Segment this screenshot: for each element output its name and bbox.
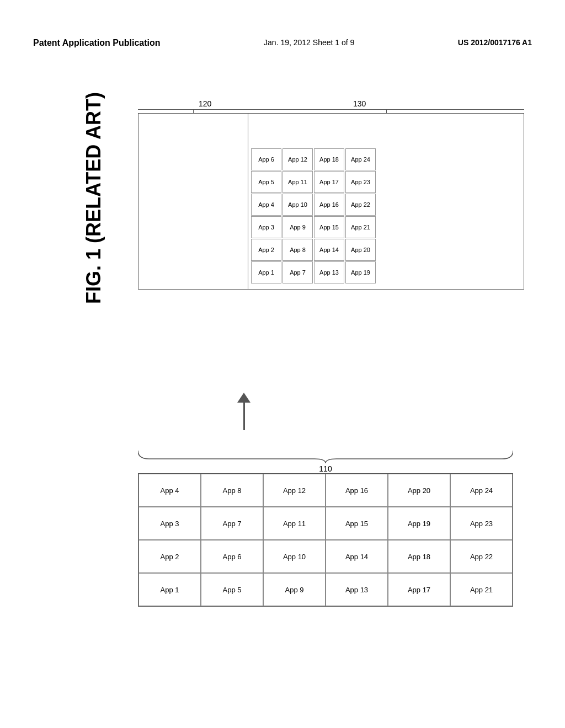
top-mini-cell: App 3 xyxy=(251,216,281,238)
top-right-area: App 6App 5App 4App 3App 2App 1App 12App … xyxy=(248,113,524,290)
grid-cell: App 8 xyxy=(201,474,263,507)
top-mini-cell: App 24 xyxy=(345,148,376,170)
grid-cell: App 7 xyxy=(201,507,263,540)
top-mini-cell: App 16 xyxy=(314,194,344,216)
grid-cell: App 2 xyxy=(138,540,201,573)
patent-publication-label: Patent Application Publication xyxy=(33,38,161,48)
top-mini-cell: App 5 xyxy=(251,171,281,193)
top-mini-cell: App 4 xyxy=(251,194,281,216)
top-mini-cell: App 11 xyxy=(282,171,313,193)
grid-cell: App 19 xyxy=(388,507,450,540)
top-col-group-4: App 24App 23App 22App 21App 20App 19 xyxy=(345,119,376,284)
top-col-group-2: App 12App 11App 10App 9App 8App 7 xyxy=(282,119,313,284)
figure-label: FIG. 1 (RELATED ART) xyxy=(82,138,105,304)
brace-svg xyxy=(138,448,513,463)
top-mini-cell: App 6 xyxy=(251,148,281,170)
grid-cell: App 9 xyxy=(263,573,326,606)
top-mini-cell: App 15 xyxy=(314,216,344,238)
top-mini-cell: App 8 xyxy=(282,239,313,261)
grid-cell: App 24 xyxy=(450,474,513,507)
top-mini-cell: App 22 xyxy=(345,194,376,216)
grid-cell: App 11 xyxy=(263,507,326,540)
bottom-grid: App 4App 8App 12App 16App 20App 24App 3A… xyxy=(138,473,513,607)
top-mini-cell: App 21 xyxy=(345,216,376,238)
grid-cell: App 13 xyxy=(326,573,388,606)
grid-cell: App 17 xyxy=(388,573,450,606)
grid-cell: App 1 xyxy=(138,573,201,606)
top-mini-cell: App 7 xyxy=(282,261,313,283)
top-left-empty xyxy=(138,113,248,290)
page-header: Patent Application Publication Jan. 19, … xyxy=(0,38,565,48)
top-mini-cell: App 13 xyxy=(314,261,344,283)
top-inner: App 6App 5App 4App 3App 2App 1App 12App … xyxy=(138,113,524,290)
grid-cell: App 3 xyxy=(138,507,201,540)
label-120: 120 xyxy=(199,99,211,108)
diagram-area: 120 130 App 6App 5App 4App 3App 2App 1Ap… xyxy=(121,99,541,684)
grid-cell: App 21 xyxy=(450,573,513,606)
top-mini-cell: App 20 xyxy=(345,239,376,261)
top-mini-cell: App 12 xyxy=(282,148,313,170)
grid-cell: App 16 xyxy=(326,474,388,507)
grid-cell: App 6 xyxy=(201,540,263,573)
date-sheet-label: Jan. 19, 2012 Sheet 1 of 9 xyxy=(264,38,354,47)
top-mini-cell: App 19 xyxy=(345,261,376,283)
arrow-head xyxy=(237,393,250,403)
top-mini-cell: App 1 xyxy=(251,261,281,283)
patent-number-label: US 2012/0017176 A1 xyxy=(458,38,532,47)
top-mini-cell: App 17 xyxy=(314,171,344,193)
grid-cell: App 15 xyxy=(326,507,388,540)
top-mini-cell: App 2 xyxy=(251,239,281,261)
bottom-grid-container: 110 App 4App 8App 12App 16App 20App 24Ap… xyxy=(138,448,513,607)
arrow-line xyxy=(243,403,245,430)
grid-cell: App 20 xyxy=(388,474,450,507)
grid-cell: App 4 xyxy=(138,474,201,507)
top-mini-cell: App 10 xyxy=(282,194,313,216)
top-mini-cell: App 23 xyxy=(345,171,376,193)
top-col-group-1: App 6App 5App 4App 3App 2App 1 xyxy=(251,119,281,284)
top-mini-cell: App 9 xyxy=(282,216,313,238)
top-col-group-3: App 18App 17App 16App 15App 14App 13 xyxy=(314,119,344,284)
grid-cell: App 10 xyxy=(263,540,326,573)
grid-cell: App 23 xyxy=(450,507,513,540)
grid-cell: App 22 xyxy=(450,540,513,573)
grid-cell: App 14 xyxy=(326,540,388,573)
top-mini-cell: App 18 xyxy=(314,148,344,170)
label-110: 110 xyxy=(138,464,513,473)
grid-cell: App 18 xyxy=(388,540,450,573)
label-130: 130 xyxy=(353,99,366,108)
top-mini-cell: App 14 xyxy=(314,239,344,261)
grid-cell: App 5 xyxy=(201,573,263,606)
up-arrow xyxy=(237,393,250,430)
grid-cell: App 12 xyxy=(263,474,326,507)
